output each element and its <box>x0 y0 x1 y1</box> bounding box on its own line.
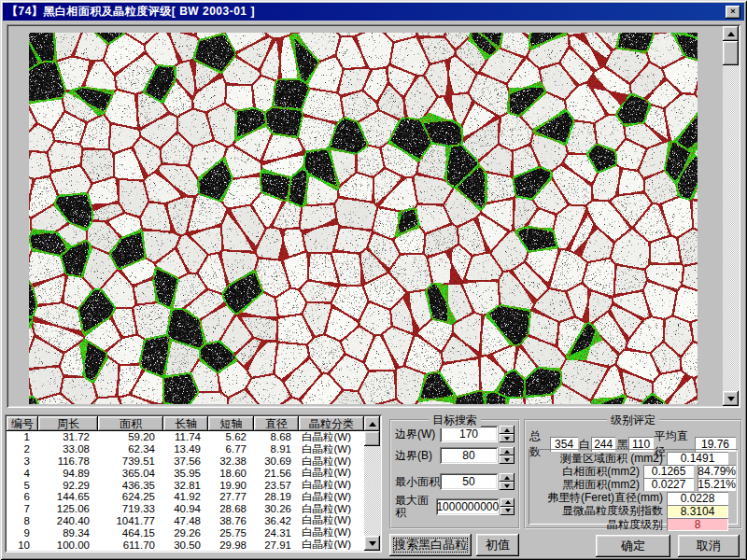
field-input[interactable]: 50 <box>440 473 498 490</box>
field-input[interactable]: 80 <box>440 447 498 464</box>
table-cell: 94.89 <box>38 468 98 479</box>
search-grains-button[interactable]: 搜索黑白晶粒 <box>389 534 472 556</box>
metric-value: 0.1491 <box>667 452 728 465</box>
table-cell: 436.35 <box>98 480 163 491</box>
table-cell: 464.15 <box>98 527 163 539</box>
micrograph-viewport <box>7 24 740 408</box>
table-cell: 30.50 <box>163 539 208 551</box>
assessment-group: 级别评定 总数 354 白 244 黑 110 平均直径 19.76 测量区域面… <box>524 419 742 529</box>
spinner <box>500 473 514 490</box>
close-icon[interactable]: × <box>726 6 740 19</box>
table-header-row: 编号周长面积长轴短轴直径晶粒分类 <box>7 416 380 431</box>
down-arrow-icon <box>369 541 376 546</box>
table-cell: 125.06 <box>38 503 98 514</box>
spinner-up-icon[interactable] <box>500 426 514 434</box>
table-cell: 8.91 <box>254 443 299 455</box>
table-cell: 611.70 <box>98 539 163 551</box>
table-header-0[interactable]: 编号 <box>7 416 38 431</box>
table-cell: 6.77 <box>208 443 254 455</box>
image-vertical-scrollbar[interactable] <box>723 26 739 406</box>
table-cell: 32.38 <box>208 455 254 467</box>
scroll-up-icon[interactable] <box>364 416 380 431</box>
table-cell: 1 <box>7 431 38 442</box>
table-cell: 47.48 <box>163 515 208 526</box>
target-search-group: 目标搜索 边界(W)170边界(B)80最小面积50最大面积1000000000 <box>389 419 520 529</box>
grain-table: 编号周长面积长轴短轴直径晶粒分类 131.7259.2011.745.628.6… <box>5 414 382 553</box>
table-cell: 144.65 <box>38 491 98 502</box>
spinner-up-icon[interactable] <box>500 498 514 507</box>
table-body: 131.7259.2011.745.628.68白晶粒(W)233.0862.3… <box>7 431 380 551</box>
table-header-3[interactable]: 长轴 <box>163 416 208 431</box>
scrollbar-thumb[interactable] <box>723 41 739 65</box>
table-cell: 19.90 <box>208 480 254 491</box>
table-cell: 29.26 <box>163 527 208 539</box>
table-vertical-scrollbar[interactable] <box>364 416 380 551</box>
table-cell: 13.49 <box>163 443 208 455</box>
table-cell: 7 <box>7 503 38 514</box>
spinner-down-icon[interactable] <box>500 507 514 515</box>
table-cell: 23.57 <box>254 480 299 491</box>
table-cell: 59.20 <box>98 431 163 442</box>
table-cell: 8 <box>7 515 38 526</box>
spinner-down-icon[interactable] <box>500 434 514 442</box>
table-header-6[interactable]: 晶粒分类 <box>299 416 364 431</box>
metric-value: 8 <box>667 518 728 531</box>
spinner-down-icon[interactable] <box>500 455 514 464</box>
up-arrow-icon <box>727 32 735 36</box>
scrollbar-thumb[interactable] <box>364 431 380 446</box>
field-label: 最大面积 <box>395 495 436 518</box>
table-header-4[interactable]: 短轴 <box>208 416 254 431</box>
scroll-down-icon[interactable] <box>723 391 739 406</box>
scroll-down-icon[interactable] <box>364 536 380 551</box>
table-cell: 40.94 <box>163 503 208 514</box>
table-cell: 4 <box>7 468 38 479</box>
scroll-up-icon[interactable] <box>723 26 739 41</box>
table-header-2[interactable]: 面积 <box>98 416 163 431</box>
table-cell: 11.74 <box>163 431 208 442</box>
metric-value: 8.3104 <box>667 505 728 518</box>
table-row[interactable]: 10100.00611.7030.5029.9827.91白晶粒(W) <box>7 539 380 551</box>
spinner-up-icon[interactable] <box>500 447 514 455</box>
table-cell: 62.34 <box>98 443 163 455</box>
assessment-metrics: 测量区域面积 (mm2)0.1491白相面积(mm2)0.126584.79%黑… <box>529 449 738 525</box>
table-header-5[interactable]: 直径 <box>254 416 299 431</box>
app-window: 【74】黑白相面积及晶粒度评级[ BW 2003-01 ] × 编号周长面积长轴… <box>0 0 747 560</box>
table-cell: 18.60 <box>208 468 254 479</box>
metric-value: 0.1265 <box>643 465 694 478</box>
titlebar: 【74】黑白相面积及晶粒度评级[ BW 2003-01 ] × <box>3 3 744 21</box>
table-cell: 719.33 <box>98 503 163 514</box>
table-cell: 89.34 <box>38 527 98 539</box>
table-cell: 24.31 <box>254 527 299 539</box>
table-cell: 32.81 <box>163 480 208 491</box>
table-cell: 3 <box>7 455 38 467</box>
cancel-button[interactable]: 取消 <box>678 535 740 557</box>
target-search-row: 边界(B)80 <box>395 447 514 464</box>
table-cell: 8.68 <box>254 431 299 442</box>
field-input[interactable]: 1000000000 <box>436 498 499 515</box>
table-cell: 白晶粒(W) <box>299 538 364 552</box>
field-label: 边界(W) <box>395 428 440 441</box>
table-cell: 29.98 <box>208 539 254 551</box>
table-cell: 2 <box>7 443 38 455</box>
assessment-row: 晶粒度级别8 <box>530 518 736 531</box>
metric-label: 晶粒度级别 <box>530 517 667 533</box>
spinner <box>500 498 514 515</box>
table-header-1[interactable]: 周长 <box>38 416 98 431</box>
table-cell: 9 <box>7 527 38 539</box>
table-cell: 35.95 <box>163 468 208 479</box>
table-cell: 240.40 <box>38 515 98 526</box>
field-label: 边界(B) <box>395 450 440 462</box>
table-cell: 21.56 <box>254 468 299 479</box>
assessment-title: 级别评定 <box>607 413 659 428</box>
table-cell: 30.26 <box>254 503 299 514</box>
table-cell: 33.08 <box>38 443 98 455</box>
micrograph-image[interactable] <box>29 33 698 404</box>
init-values-button[interactable]: 初值 <box>476 534 519 556</box>
target-search-fields: 边界(W)170边界(B)80最小面积50最大面积1000000000 <box>391 426 518 518</box>
spinner-down-icon[interactable] <box>500 482 514 490</box>
table-cell: 10 <box>7 539 38 551</box>
spinner-up-icon[interactable] <box>500 473 514 482</box>
ok-button[interactable]: 确定 <box>596 535 670 557</box>
table-cell: 92.29 <box>38 480 98 491</box>
spinner <box>500 426 514 442</box>
